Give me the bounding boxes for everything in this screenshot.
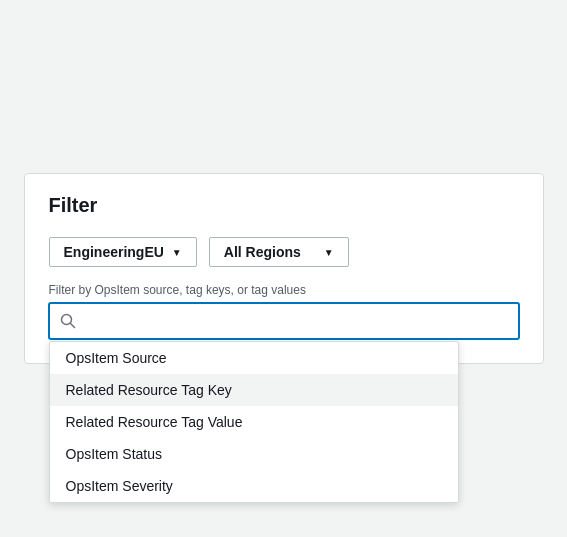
dropdown-item-related-resource-tag-key[interactable]: Related Resource Tag Key — [50, 374, 458, 406]
dropdown-item-opsitem-severity[interactable]: OpsItem Severity — [50, 470, 458, 502]
svg-line-1 — [70, 324, 74, 328]
region-label: All Regions — [224, 244, 301, 260]
search-icon — [60, 313, 76, 329]
account-dropdown[interactable]: EngineeringEU ▼ — [49, 237, 197, 267]
search-container — [49, 303, 519, 339]
region-dropdown[interactable]: All Regions ▼ — [209, 237, 349, 267]
account-label: EngineeringEU — [64, 244, 164, 260]
filter-description: Filter by OpsItem source, tag keys, or t… — [49, 283, 519, 297]
dropdown-item-opsitem-source[interactable]: OpsItem Source — [50, 342, 458, 374]
dropdown-item-opsitem-status[interactable]: OpsItem Status — [50, 438, 458, 470]
dropdown-item-related-resource-tag-value[interactable]: Related Resource Tag Value — [50, 406, 458, 438]
panel-title: Filter — [49, 194, 519, 217]
account-chevron-icon: ▼ — [172, 247, 182, 258]
region-chevron-icon: ▼ — [324, 247, 334, 258]
filter-dropdown-menu: OpsItem Source Related Resource Tag Key … — [49, 341, 459, 503]
search-wrapper: OpsItem Source Related Resource Tag Key … — [49, 303, 519, 339]
search-input[interactable] — [84, 313, 508, 329]
filter-panel: Filter EngineeringEU ▼ All Regions ▼ Fil… — [24, 173, 544, 364]
toolbar: EngineeringEU ▼ All Regions ▼ — [49, 237, 519, 267]
